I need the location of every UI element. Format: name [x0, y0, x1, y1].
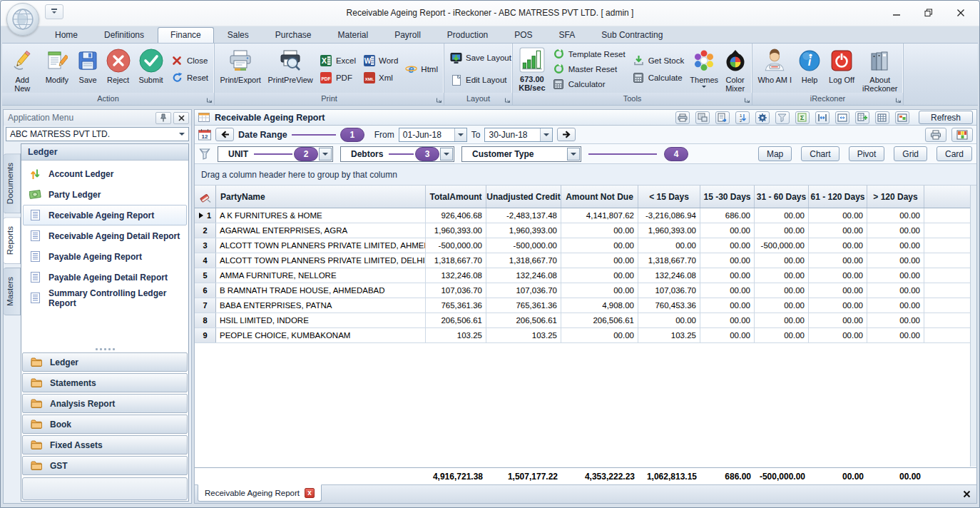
sidebar-item-payable-ageing-report[interactable]: Payable Ageing Report	[23, 246, 187, 267]
quick-access-dropdown[interactable]	[45, 4, 63, 19]
layout-grid-button[interactable]	[951, 128, 973, 142]
chevron-down-icon[interactable]	[440, 148, 453, 161]
cell-amount-not-due[interactable]: 00.00	[561, 223, 638, 238]
color-mixer-button[interactable]: Color Mixer	[720, 45, 750, 93]
sidebar-section[interactable]: Statements	[22, 373, 188, 392]
cell-61-120-days[interactable]: 00.00	[809, 253, 867, 268]
company-selector[interactable]: ABC MATRESS PVT LTD.	[6, 127, 189, 141]
tab-close-icon[interactable]: x	[305, 488, 315, 498]
column-header[interactable]: < 15 Days	[638, 186, 700, 208]
cell-lt-15-days[interactable]: 760,453.36	[638, 298, 700, 313]
reset-button[interactable]: Reset	[171, 71, 208, 83]
cell-gt-120-days[interactable]: 00.00	[867, 208, 924, 223]
cell-party-name[interactable]: ALCOTT TOWN PLANNERS PRIVATE LIMITED, AH…	[216, 238, 426, 253]
cell-lt-15-days[interactable]: -3,216,086.94	[638, 208, 700, 223]
group-by-panel[interactable]: Drag a column header here to group by th…	[195, 164, 976, 186]
export-excel-button[interactable]: X Excel	[320, 54, 356, 66]
cell-31-60-days[interactable]: 00.00	[755, 298, 809, 313]
export-html-button[interactable]: e Html	[405, 63, 438, 75]
ribbon-tab[interactable]: Home	[42, 27, 91, 43]
column-header[interactable]: Amount Not Due	[561, 186, 638, 208]
export-xml-button[interactable]: XML Xml	[363, 71, 398, 83]
cell-15-30-days[interactable]: 00.00	[700, 328, 755, 342]
export-pdf-button[interactable]: PDF PDF	[320, 71, 356, 83]
cell-lt-15-days[interactable]: 1,960,393.00	[638, 223, 700, 238]
row-header[interactable]: 7	[195, 298, 216, 313]
cell-31-60-days[interactable]: 00.00	[755, 328, 809, 342]
column-header[interactable]: PartyName	[216, 186, 426, 208]
cell-15-30-days[interactable]: 00.00	[700, 313, 755, 327]
cell-unadjusted-credit[interactable]: 103.25	[486, 328, 561, 342]
cell-lt-15-days[interactable]: 107,036.70	[638, 283, 700, 298]
cell-15-30-days[interactable]: 00.00	[700, 238, 755, 253]
sidebar-item-summary-controlling-ledger-report[interactable]: Summary Controlling Ledger Report	[23, 288, 187, 308]
from-date-picker[interactable]: 01-Jun-18	[399, 128, 467, 142]
next-period-button[interactable]	[557, 128, 576, 141]
ribbon-tab[interactable]: Finance	[158, 27, 214, 43]
view-map-button[interactable]: Map	[758, 146, 792, 161]
cell-amount-not-due[interactable]: 4,141,807.62	[561, 208, 638, 223]
cell-party-name[interactable]: A K FURNITURES & HOME	[216, 208, 426, 223]
ribbon-tab[interactable]: Material	[325, 27, 381, 43]
view-grid-button[interactable]: Grid	[894, 146, 927, 161]
snapshot-icon[interactable]	[895, 111, 909, 124]
cell-31-60-days[interactable]: 00.00	[755, 208, 809, 223]
close-all-tabs-button[interactable]	[963, 490, 971, 498]
calculate-button[interactable]: Calculate	[633, 71, 685, 83]
cell-61-120-days[interactable]: 00.00	[809, 328, 867, 342]
refresh-button[interactable]: Refresh	[919, 111, 973, 124]
row-header[interactable]: 3	[195, 238, 216, 253]
previous-period-button[interactable]	[215, 128, 234, 141]
ribbon-tab[interactable]: Purchase	[262, 27, 325, 43]
print-preview-button[interactable]: PrintPreView	[264, 45, 317, 93]
cell-lt-15-days[interactable]: 00.00	[638, 313, 700, 327]
cell-15-30-days[interactable]: 00.00	[700, 298, 755, 313]
column-header[interactable]: 15 -30 Days	[700, 186, 755, 208]
sidebar-section[interactable]: Analysis Report	[22, 394, 188, 413]
cell-gt-120-days[interactable]: 00.00	[867, 298, 924, 313]
cell-gt-120-days[interactable]: 00.00	[867, 313, 924, 327]
restore-button[interactable]	[912, 1, 944, 25]
sidebar-item-receivable-ageing-detail-report[interactable]: Receivable Ageing Detail Report	[23, 225, 187, 246]
ribbon-tab[interactable]: SFA	[546, 27, 588, 43]
row-header[interactable]: 5	[195, 268, 216, 283]
print-layout-icon[interactable]	[695, 111, 710, 124]
add-column-icon[interactable]	[855, 111, 869, 124]
cell-unadjusted-credit[interactable]: 1,318,667.70	[486, 253, 561, 268]
sidebar-item-receivable-ageing-report[interactable]: Receivable Ageing Report	[23, 205, 187, 225]
row-header[interactable]: 9	[195, 328, 216, 342]
about-ireckoner-button[interactable]: About iReckoner	[859, 45, 901, 93]
cell-total-amount[interactable]: 107,036.70	[426, 283, 486, 298]
cell-party-name[interactable]: HSIL LIMITED, INDORE	[216, 313, 426, 327]
cell-gt-120-days[interactable]: 00.00	[867, 328, 924, 342]
dialog-launcher-icon[interactable]	[895, 97, 902, 103]
cell-lt-15-days[interactable]: 132,246.08	[638, 268, 700, 283]
cell-gt-120-days[interactable]: 00.00	[867, 283, 924, 298]
cell-total-amount[interactable]: 926,406.68	[426, 208, 486, 223]
row-header[interactable]: 4	[195, 253, 216, 268]
cell-gt-120-days[interactable]: 00.00	[867, 253, 924, 268]
cell-31-60-days[interactable]: 00.00	[755, 223, 809, 238]
export-print-button[interactable]	[925, 128, 946, 142]
sidebar-tab[interactable]: Documents	[4, 153, 21, 213]
cell-total-amount[interactable]: 1,960,393.00	[426, 223, 486, 238]
cell-lt-15-days[interactable]: 1,318,667.70	[638, 253, 700, 268]
close-form-button[interactable]: Close	[171, 54, 208, 66]
modify-button[interactable]: Modify	[40, 45, 73, 93]
dialog-launcher-icon[interactable]	[504, 97, 511, 103]
sidebar-item-party-ledger[interactable]: Party Ledger	[23, 184, 187, 205]
pin-button[interactable]	[155, 112, 171, 124]
settings-gear-icon[interactable]	[755, 111, 770, 124]
calculator-button[interactable]: Calculator	[553, 78, 626, 90]
cell-gt-120-days[interactable]: 00.00	[867, 268, 924, 283]
sidebar-tab[interactable]: Reports	[4, 217, 21, 264]
cell-15-30-days[interactable]: 00.00	[700, 283, 755, 298]
cell-15-30-days[interactable]: 00.00	[700, 223, 755, 238]
cell-61-120-days[interactable]: 00.00	[809, 268, 867, 283]
cell-amount-not-due[interactable]: 206,506.61	[561, 313, 638, 327]
row-header[interactable]: 8	[195, 313, 216, 327]
sidebar-section[interactable]: Book	[22, 415, 188, 434]
cell-31-60-days[interactable]: -500,000.00	[755, 238, 809, 253]
export-word-button[interactable]: W Word	[363, 54, 398, 66]
cell-unadjusted-credit[interactable]: 107,036.70	[486, 283, 561, 298]
